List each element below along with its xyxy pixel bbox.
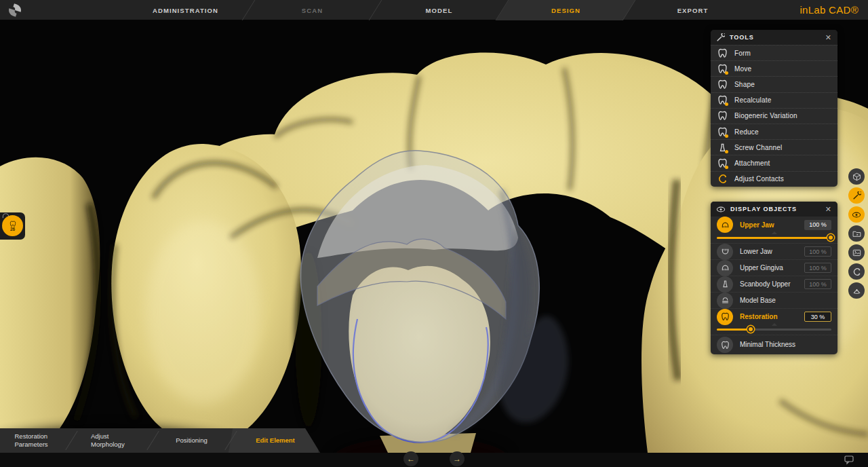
minimal-thickness-icon — [717, 337, 733, 353]
display-panel-header: DISPLAY OBJECTS ✕ — [711, 202, 837, 217]
tool-screw-channel[interactable]: Screw Channel — [711, 139, 837, 155]
tab-model[interactable]: MODEL — [376, 0, 502, 20]
display-objects-panel: DISPLAY OBJECTS ✕ Upper Jaw 100 % Lower … — [711, 202, 837, 354]
display-item-lower-jaw[interactable]: Lower Jaw 100 % — [711, 243, 837, 259]
move-tooth-icon — [717, 64, 728, 74]
design-steps-bar: Restoration Parameters Adjust Morphology… — [0, 428, 320, 453]
dentsply-sirona-logo-icon — [8, 3, 22, 17]
display-panel-title: DISPLAY OBJECTS — [730, 206, 825, 212]
contacts-icon — [852, 267, 861, 276]
upper-jaw-opacity-value[interactable]: 100 % — [804, 220, 831, 230]
snapshot-icon — [852, 248, 861, 257]
upper-jaw-opacity-slider[interactable] — [711, 233, 837, 243]
tool-form[interactable]: Form — [711, 45, 837, 60]
display-item-restoration[interactable]: Restoration 30 % — [711, 308, 837, 324]
contacts-analysis-button[interactable] — [848, 263, 865, 280]
view-cube-button[interactable] — [848, 168, 865, 185]
view-cube-icon — [852, 172, 861, 181]
shape-tooth-icon — [717, 79, 728, 90]
reduce-icon — [717, 127, 728, 137]
slider-thumb[interactable] — [747, 326, 754, 333]
display-item-scanbody-upper[interactable]: Scanbody Upper 100 % — [711, 276, 837, 292]
display-objects-toggle-button[interactable] — [848, 206, 865, 223]
display-item-upper-jaw[interactable]: Upper Jaw 100 % — [711, 217, 837, 233]
tool-move[interactable]: Move — [711, 60, 837, 76]
feedback-bubble-icon[interactable] — [844, 454, 854, 465]
display-item-model-base[interactable]: Model Base — [711, 292, 837, 308]
recalculate-icon — [717, 95, 728, 105]
app-brand: inLab CAD® — [800, 0, 859, 20]
model-base-icon — [717, 293, 733, 309]
upper-gingiva-icon — [717, 260, 733, 276]
tools-panel-header: TOOLS ✕ — [711, 30, 837, 45]
tab-administration[interactable]: ADMINISTRATION — [122, 0, 249, 20]
tooth-selector-tab[interactable]: 26 — [0, 212, 25, 240]
arrow-left-icon: ← — [407, 454, 415, 464]
form-tooth-icon — [717, 48, 728, 58]
tool-recalculate[interactable]: Recalculate — [711, 92, 837, 108]
lower-jaw-icon — [717, 244, 733, 260]
step-adjust-morphology[interactable]: Adjust Morphology — [71, 428, 153, 453]
lower-jaw-opacity-value: 100 % — [804, 246, 831, 257]
display-item-upper-gingiva[interactable]: Upper Gingiva 100 % — [711, 259, 837, 276]
restoration-opacity-value[interactable]: 30 % — [804, 312, 831, 322]
right-toolbar — [848, 168, 865, 301]
hand-icon — [852, 286, 861, 295]
tooth-number-badge[interactable]: 26 — [2, 215, 23, 236]
previous-step-button[interactable]: ← — [403, 451, 418, 466]
tab-scan: SCAN — [249, 0, 376, 20]
tools-toggle-button[interactable] — [848, 187, 865, 204]
top-phase-bar: ADMINISTRATION SCAN MODEL DESIGN EXPORT … — [0, 0, 868, 20]
display-close-icon[interactable]: ✕ — [825, 205, 832, 214]
adjust-contacts-icon — [717, 174, 728, 184]
tools-close-icon[interactable]: ✕ — [825, 33, 832, 42]
scanbody-upper-opacity-value: 100 % — [804, 279, 831, 289]
inlab-cad-window: ADMINISTRATION SCAN MODEL DESIGN EXPORT … — [0, 0, 868, 467]
step-restoration-parameters[interactable]: Restoration Parameters — [0, 428, 71, 453]
case-folder-button[interactable] — [848, 225, 865, 242]
folder-icon — [852, 229, 861, 238]
hand-tool-button[interactable] — [848, 282, 865, 299]
slider-thumb[interactable] — [827, 234, 834, 241]
display-item-minimal-thickness[interactable]: Minimal Thickness — [711, 335, 837, 354]
upper-jaw-icon — [717, 217, 733, 233]
tool-reduce[interactable]: Reduce — [711, 124, 837, 139]
wrench-icon — [852, 191, 861, 200]
screw-channel-icon — [717, 143, 728, 153]
upper-gingiva-opacity-value: 100 % — [804, 263, 831, 273]
restoration-icon — [717, 309, 733, 325]
wrench-icon — [716, 33, 725, 42]
arrow-right-icon: → — [453, 454, 461, 464]
tool-adjust-contacts[interactable]: Adjust Contacts — [711, 171, 837, 187]
phase-tabs: ADMINISTRATION SCAN MODEL DESIGN EXPORT — [122, 0, 756, 20]
eye-icon — [852, 212, 861, 218]
scanbody-upper-icon — [717, 276, 733, 293]
tool-attachment[interactable]: Attachment — [711, 155, 837, 170]
tools-panel-title: TOOLS — [730, 34, 825, 41]
restoration-opacity-slider[interactable] — [711, 324, 837, 335]
tool-biogeneric-variation[interactable]: Biogeneric Variation — [711, 108, 837, 124]
tab-export[interactable]: EXPORT — [629, 0, 756, 20]
tab-design[interactable]: DESIGN — [502, 0, 629, 20]
tools-panel: TOOLS ✕ Form Move Shape Recalculate Biog… — [711, 30, 837, 187]
eye-icon — [716, 206, 726, 212]
attachment-icon — [717, 158, 728, 168]
tool-shape[interactable]: Shape — [711, 76, 837, 92]
bottom-strip: ← → — [0, 453, 868, 467]
step-edit-element[interactable]: Edit Element — [231, 428, 320, 453]
snapshot-button[interactable] — [848, 244, 865, 261]
biogeneric-variation-icon — [717, 111, 728, 121]
step-positioning[interactable]: Positioning — [153, 428, 231, 453]
next-step-button[interactable]: → — [450, 451, 465, 466]
